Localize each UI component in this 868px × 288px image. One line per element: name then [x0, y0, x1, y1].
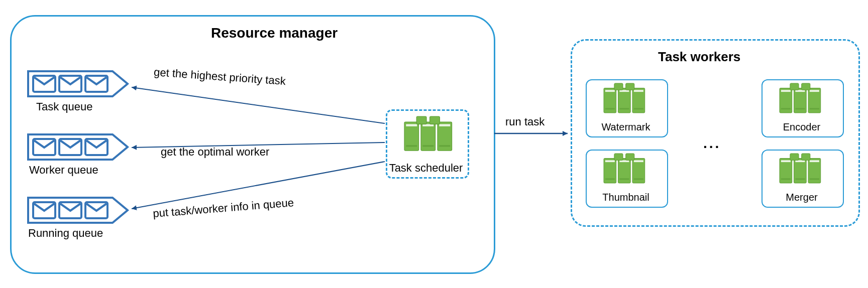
worker-encoder-label: Encoder	[762, 121, 842, 133]
edge-label-optimal-worker: get the optimal worker	[161, 146, 269, 159]
worker-watermark-label: Watermark	[586, 121, 666, 133]
worker-queue-label: Worker queue	[29, 164, 98, 177]
resource-manager-title: Resource manager	[211, 25, 338, 41]
diagram-root: Resource manager Task workers Task sched…	[0, 0, 868, 288]
running-queue-label: Running queue	[28, 227, 103, 240]
worker-merger-label: Merger	[762, 192, 842, 203]
task-scheduler-label: Task scheduler	[386, 162, 466, 175]
run-task-label: run task	[505, 115, 545, 128]
task-queue-label: Task queue	[36, 100, 93, 113]
task-workers-title: Task workers	[658, 49, 740, 65]
worker-thumbnail-label: Thumbnail	[586, 192, 666, 203]
worker-ellipsis: ...	[703, 135, 721, 152]
